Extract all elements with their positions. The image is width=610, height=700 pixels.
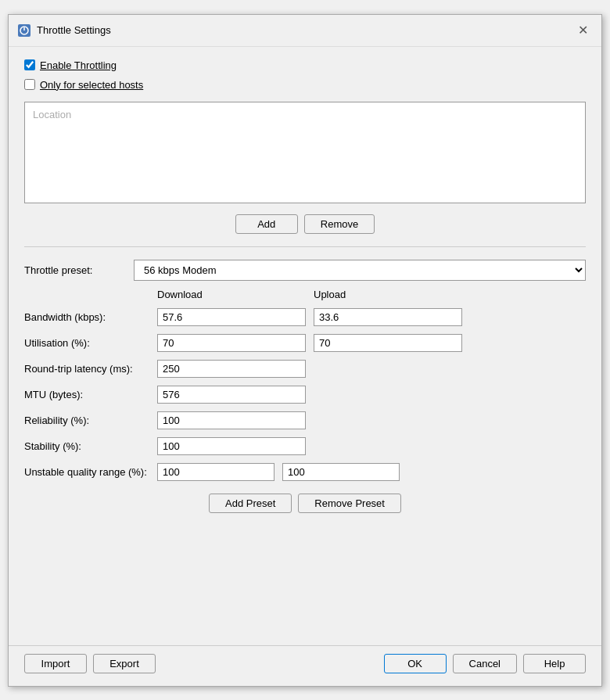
throttle-icon <box>18 24 30 37</box>
enable-throttling-label[interactable]: Enable Throttling <box>40 59 117 71</box>
dialog-throttle-settings: Throttle Settings ✕ Enable Throttling On… <box>8 14 602 687</box>
unstable-quality-label: Unstable quality range (%): <box>24 466 149 478</box>
ok-button[interactable]: OK <box>384 654 447 673</box>
throttle-preset-label: Throttle preset: <box>24 264 126 276</box>
download-header: Download <box>157 289 314 300</box>
preset-btn-row: Add Preset Remove Preset <box>24 494 586 513</box>
add-button[interactable]: Add <box>235 214 298 234</box>
add-remove-btn-row: Add Remove <box>24 214 586 234</box>
help-button[interactable]: Help <box>523 654 586 673</box>
remove-button[interactable]: Remove <box>304 214 375 234</box>
upload-header: Upload <box>314 289 470 300</box>
throttle-preset-select[interactable]: 56 kbps Modem GPRS DSL Cable T1 Custom <box>134 260 586 281</box>
utilisation-label: Utilisation (%): <box>24 337 149 349</box>
only-selected-hosts-checkbox[interactable] <box>24 79 35 90</box>
export-button[interactable]: Export <box>93 654 156 673</box>
reliability-download-input[interactable] <box>157 411 306 429</box>
latency-row: Round-trip latency (ms): <box>24 360 586 378</box>
reliability-row: Reliability (%): <box>24 411 586 429</box>
column-headers: Download Upload <box>157 289 586 300</box>
enable-throttling-checkbox[interactable] <box>24 59 35 70</box>
stability-label: Stability (%): <box>24 440 149 452</box>
dialog-content: Enable Throttling Only for selected host… <box>9 47 601 645</box>
unstable-quality-row: Unstable quality range (%): <box>24 463 586 481</box>
title-bar-left: Throttle Settings <box>18 24 111 37</box>
unstable-quality-download-input[interactable] <box>157 463 274 481</box>
bandwidth-download-input[interactable] <box>157 308 306 326</box>
dialog-title: Throttle Settings <box>37 24 111 36</box>
only-selected-hosts-row: Only for selected hosts <box>24 79 586 91</box>
stability-download-input[interactable] <box>157 437 306 455</box>
utilisation-download-input[interactable] <box>157 334 306 352</box>
divider <box>24 246 586 247</box>
location-list-box[interactable]: Location <box>24 102 586 203</box>
cancel-button[interactable]: Cancel <box>453 654 517 673</box>
latency-download-input[interactable] <box>157 360 306 378</box>
latency-label: Round-trip latency (ms): <box>24 363 149 375</box>
close-button[interactable]: ✕ <box>573 21 592 40</box>
enable-throttling-row: Enable Throttling <box>24 59 586 71</box>
mtu-label: MTU (bytes): <box>24 389 149 400</box>
import-button[interactable]: Import <box>24 654 87 673</box>
mtu-download-input[interactable] <box>157 386 306 404</box>
footer-right-buttons: OK Cancel Help <box>384 654 586 673</box>
reliability-label: Reliability (%): <box>24 415 149 426</box>
mtu-row: MTU (bytes): <box>24 386 586 404</box>
bandwidth-upload-input[interactable] <box>314 308 462 326</box>
add-preset-button[interactable]: Add Preset <box>209 494 292 513</box>
footer: Import Export OK Cancel Help <box>9 645 601 686</box>
footer-left-buttons: Import Export <box>24 654 156 673</box>
location-placeholder: Location <box>30 107 580 122</box>
utilisation-row: Utilisation (%): <box>24 334 586 352</box>
bandwidth-row: Bandwidth (kbps): <box>24 308 586 326</box>
throttle-preset-row: Throttle preset: 56 kbps Modem GPRS DSL … <box>24 260 586 281</box>
utilisation-upload-input[interactable] <box>314 334 462 352</box>
only-selected-hosts-label[interactable]: Only for selected hosts <box>40 79 143 91</box>
remove-preset-button[interactable]: Remove Preset <box>298 494 401 513</box>
unstable-quality-upload-input[interactable] <box>282 463 400 481</box>
title-bar: Throttle Settings ✕ <box>9 15 601 47</box>
stability-row: Stability (%): <box>24 437 586 455</box>
bandwidth-label: Bandwidth (kbps): <box>24 311 149 323</box>
